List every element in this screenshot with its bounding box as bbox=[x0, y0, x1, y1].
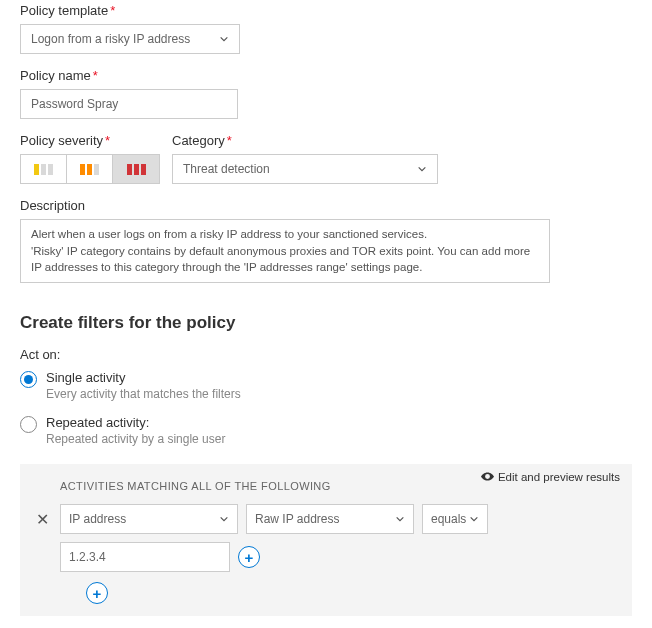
chevron-down-icon bbox=[469, 514, 479, 524]
chevron-down-icon bbox=[395, 514, 405, 524]
plus-icon: + bbox=[245, 549, 254, 566]
filter-field-select[interactable]: IP address bbox=[60, 504, 238, 534]
radio-repeated-activity[interactable]: Repeated activity: Repeated activity by … bbox=[20, 415, 632, 446]
edit-preview-link[interactable]: Edit and preview results bbox=[481, 470, 620, 483]
category-value: Threat detection bbox=[183, 162, 270, 176]
severity-medium-button[interactable] bbox=[67, 155, 113, 183]
filters-panel: Edit and preview results ACTIVITIES MATC… bbox=[20, 464, 632, 616]
chevron-down-icon bbox=[417, 164, 427, 174]
radio-icon bbox=[20, 371, 37, 388]
remove-filter-button[interactable]: ✕ bbox=[32, 510, 52, 529]
act-on-label: Act on: bbox=[20, 347, 632, 362]
chevron-down-icon bbox=[219, 34, 229, 44]
policy-name-input[interactable] bbox=[20, 89, 238, 119]
description-textarea[interactable]: Alert when a user logs on from a risky I… bbox=[20, 219, 550, 283]
policy-name-label: Policy name* bbox=[20, 68, 632, 83]
severity-high-button[interactable] bbox=[113, 155, 159, 183]
radio-repeated-sub: Repeated activity by a single user bbox=[46, 432, 225, 446]
plus-icon: + bbox=[93, 585, 102, 602]
filter-subfield-select[interactable]: Raw IP address bbox=[246, 504, 414, 534]
filter-value-input[interactable] bbox=[60, 542, 230, 572]
category-label: Category* bbox=[172, 133, 438, 148]
radio-single-sub: Every activity that matches the filters bbox=[46, 387, 241, 401]
filters-section-title: Create filters for the policy bbox=[20, 313, 632, 333]
policy-template-label: Policy template* bbox=[20, 3, 632, 18]
radio-repeated-label: Repeated activity: bbox=[46, 415, 225, 430]
add-value-button[interactable]: + bbox=[238, 546, 260, 568]
description-label: Description bbox=[20, 198, 632, 213]
add-filter-button[interactable]: + bbox=[86, 582, 108, 604]
radio-single-label: Single activity bbox=[46, 370, 241, 385]
eye-icon bbox=[481, 470, 494, 483]
radio-icon bbox=[20, 416, 37, 433]
severity-toggle bbox=[20, 154, 160, 184]
filter-operator-select[interactable]: equals bbox=[422, 504, 488, 534]
category-select[interactable]: Threat detection bbox=[172, 154, 438, 184]
chevron-down-icon bbox=[219, 514, 229, 524]
policy-template-value: Logon from a risky IP address bbox=[31, 32, 190, 46]
policy-severity-label: Policy severity* bbox=[20, 133, 160, 148]
severity-low-button[interactable] bbox=[21, 155, 67, 183]
policy-template-select[interactable]: Logon from a risky IP address bbox=[20, 24, 240, 54]
radio-single-activity[interactable]: Single activity Every activity that matc… bbox=[20, 370, 632, 401]
